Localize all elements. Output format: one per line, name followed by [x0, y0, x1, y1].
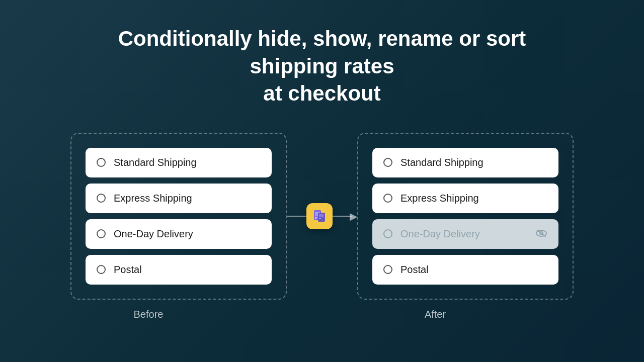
svg-rect-2 [315, 217, 317, 218]
before-oneday-label: One-Day Delivery [114, 228, 193, 240]
svg-rect-5 [319, 214, 324, 217]
arrow-section: ▶ [287, 191, 357, 241]
before-express-label: Express Shipping [114, 193, 192, 204]
before-express-shipping: Express Shipping [86, 184, 272, 213]
after-standard-shipping: Standard Shipping [372, 148, 558, 177]
after-postal-label: Postal [400, 264, 429, 276]
app-icon [306, 203, 333, 229]
hidden-eye-icon [535, 228, 547, 240]
radio-circle [383, 194, 392, 203]
after-express-shipping: Express Shipping [372, 184, 558, 213]
headline-line2: at checkout [263, 81, 380, 105]
radio-circle-muted [383, 229, 392, 238]
comparison-section: Standard Shipping Express Shipping One-D… [0, 133, 644, 300]
before-label: Before [40, 309, 257, 320]
after-oneday-delivery-hidden: One-Day Delivery [372, 219, 558, 249]
radio-circle [383, 158, 392, 167]
svg-rect-6 [319, 218, 321, 219]
page-headline: Conditionally hide, show, rename or sort… [96, 25, 548, 108]
before-postal-label: Postal [114, 264, 142, 276]
svg-rect-3 [315, 218, 316, 219]
after-postal: Postal [372, 255, 558, 285]
before-standard-label: Standard Shipping [114, 157, 197, 168]
arrow-tip-icon: ▶ [350, 211, 357, 221]
arrow-left-line [287, 216, 306, 217]
app-icon-svg [312, 209, 327, 224]
radio-circle [97, 265, 106, 274]
headline-line1: Conditionally hide, show, rename or sort… [118, 27, 526, 78]
radio-circle [97, 194, 106, 203]
panel-labels: Before After [0, 309, 644, 320]
arrow-row: ▶ [287, 203, 357, 229]
after-label: After [327, 309, 543, 320]
after-panel: Standard Shipping Express Shipping One-D… [357, 133, 574, 300]
before-postal: Postal [86, 255, 272, 285]
radio-circle [97, 229, 106, 238]
after-express-label: Express Shipping [400, 193, 479, 204]
after-standard-label: Standard Shipping [400, 157, 484, 168]
radio-circle [383, 265, 392, 274]
radio-circle [97, 158, 106, 167]
before-panel: Standard Shipping Express Shipping One-D… [70, 133, 287, 300]
arrow-right-line [333, 216, 352, 217]
after-oneday-label: One-Day Delivery [400, 228, 480, 240]
before-oneday-delivery: One-Day Delivery [86, 219, 272, 249]
before-standard-shipping: Standard Shipping [86, 148, 272, 177]
